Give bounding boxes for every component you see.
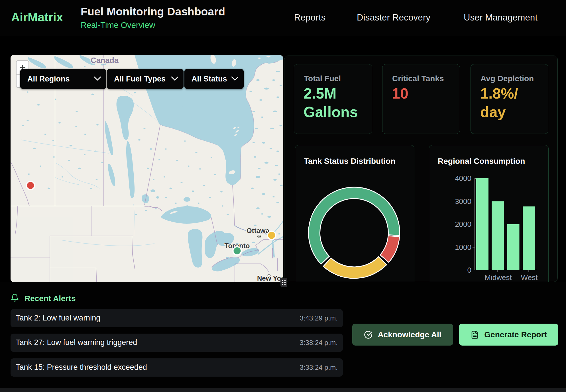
svg-text:Canada: Canada [91, 56, 119, 65]
svg-text:Midwest: Midwest [484, 273, 512, 282]
svg-text:3000: 3000 [455, 197, 471, 206]
svg-text:2000: 2000 [455, 220, 471, 228]
svg-text:0: 0 [467, 266, 471, 274]
svg-text:4000: 4000 [455, 174, 471, 183]
svg-text:West: West [521, 273, 538, 282]
svg-text:1000: 1000 [455, 243, 471, 252]
svg-text:New York: New York [257, 274, 283, 282]
svg-text:Ottawa: Ottawa [247, 227, 270, 234]
